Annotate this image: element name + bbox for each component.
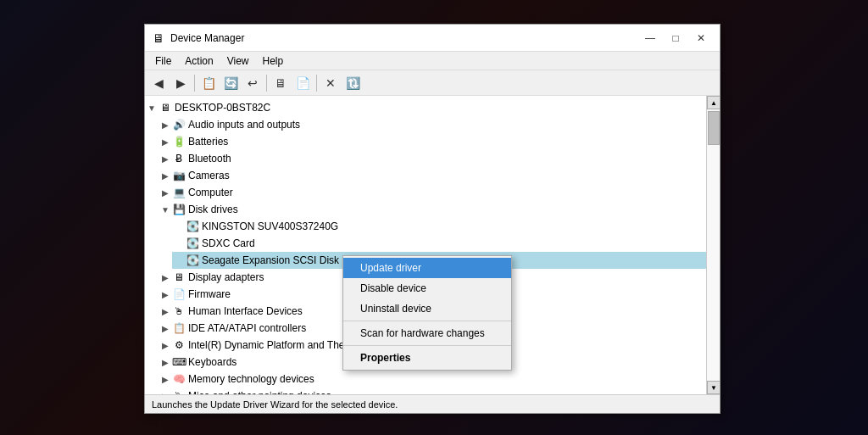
item-label: Mice and other pointing devices <box>188 390 331 394</box>
ctx-separator-2 <box>343 345 511 346</box>
tree-item[interactable]: ▶ 🔋 Batteries <box>159 133 706 150</box>
ctx-separator-1 <box>343 321 511 321</box>
tree-item[interactable]: ▶ 🖱 Mice and other pointing devices <box>159 388 706 394</box>
item-icon: 🔋 <box>172 135 186 148</box>
scroll-down-btn[interactable]: ▼ <box>707 381 720 394</box>
toolbar-properties[interactable]: 📋 <box>198 73 219 93</box>
expand-icon[interactable]: ▶ <box>159 287 172 301</box>
expand-icon[interactable]: ▶ <box>159 304 172 318</box>
item-label: Cameras <box>188 170 230 181</box>
title-bar-left: 🖥 Device Manager <box>152 31 244 45</box>
expand-icon[interactable]: ▶ <box>159 270 172 284</box>
ctx-update-driver[interactable]: Update driver <box>343 258 511 278</box>
menu-view[interactable]: View <box>220 53 256 69</box>
item-icon: 🖱 <box>172 304 186 318</box>
item-label: Memory technology devices <box>188 373 314 385</box>
ctx-disable-device[interactable]: Disable device <box>343 278 511 298</box>
expand-icon[interactable]: ▶ <box>159 186 172 199</box>
item-icon: Ƀ <box>172 152 186 165</box>
expand-icon[interactable]: ▼ <box>159 203 172 216</box>
tree-item[interactable]: ▶ 📷 Cameras <box>159 167 706 184</box>
window-icon: 🖥 <box>152 31 165 45</box>
ctx-properties[interactable]: Properties <box>343 348 511 368</box>
expand-root[interactable]: ▼ <box>145 101 159 114</box>
device-tree[interactable]: ▼ 🖥 DESKTOP-0BST82C ▶ 🔊 Audio inputs and… <box>145 96 706 394</box>
expand-icon <box>172 237 186 250</box>
scrollbar-track[interactable] <box>707 109 720 381</box>
item-label: Disk drives <box>188 204 238 215</box>
ctx-scan-hardware[interactable]: Scan for hardware changes <box>343 323 511 343</box>
item-label: KINGSTON SUV400S37240G <box>202 220 338 232</box>
toolbar-back[interactable]: ◀ <box>148 73 169 93</box>
toolbar-update[interactable]: 🔄 <box>220 73 241 93</box>
expand-icon[interactable]: ▶ <box>159 389 172 394</box>
minimize-button[interactable]: — <box>638 28 662 48</box>
title-buttons: — □ ✕ <box>638 28 713 48</box>
toolbar-sep-1 <box>194 75 195 92</box>
menu-action[interactable]: Action <box>178 53 220 69</box>
device-manager-window: 🖥 Device Manager — □ ✕ File Action View … <box>144 24 721 414</box>
toolbar-resources[interactable]: 📄 <box>292 73 313 93</box>
item-label: SDXC Card <box>202 237 255 249</box>
title-bar: 🖥 Device Manager — □ ✕ <box>145 25 720 52</box>
ctx-uninstall-device[interactable]: Uninstall device <box>343 298 511 319</box>
expand-icon[interactable]: ▶ <box>159 321 172 335</box>
toolbar-scan[interactable]: 🔃 <box>342 73 363 93</box>
item-icon: 🖥 <box>172 270 186 284</box>
status-text: Launches the Update Driver Wizard for th… <box>152 399 398 410</box>
item-label: IDE ATA/ATAPI controllers <box>188 322 306 334</box>
expand-icon[interactable]: ▶ <box>159 355 172 369</box>
item-label: Bluetooth <box>188 153 231 165</box>
item-icon: 💾 <box>172 203 186 216</box>
status-bar: Launches the Update Driver Wizard for th… <box>145 394 720 413</box>
toolbar-forward[interactable]: ▶ <box>170 73 191 93</box>
item-icon: 🧠 <box>172 372 186 386</box>
item-label: Firmware <box>188 288 231 300</box>
item-label: Batteries <box>188 136 228 148</box>
item-icon: 💽 <box>186 220 199 233</box>
toolbar-display-type[interactable]: 🖥 <box>270 73 291 93</box>
tree-item[interactable]: ▶ 🧠 Memory technology devices <box>159 371 706 388</box>
root-label: DESKTOP-0BST82C <box>175 102 270 114</box>
item-icon: 💽 <box>186 254 199 267</box>
menu-bar: File Action View Help <box>145 52 720 70</box>
tree-item[interactable]: ▶ 🔊 Audio inputs and outputs <box>159 116 706 133</box>
item-icon: 💻 <box>172 186 186 199</box>
expand-icon[interactable]: ▶ <box>159 169 172 182</box>
tree-item[interactable]: ▶ Ƀ Bluetooth <box>159 150 706 167</box>
expand-icon[interactable]: ▶ <box>159 152 172 165</box>
menu-file[interactable]: File <box>148 53 178 69</box>
scroll-up-btn[interactable]: ▲ <box>707 96 720 109</box>
scrollbar[interactable]: ▲ ▼ <box>706 96 720 394</box>
item-label: Human Interface Devices <box>188 305 303 317</box>
window-title: Device Manager <box>170 32 244 44</box>
expand-icon <box>172 220 186 233</box>
maximize-button[interactable]: □ <box>664 28 687 48</box>
content-area: ▼ 🖥 DESKTOP-0BST82C ▶ 🔊 Audio inputs and… <box>145 96 720 394</box>
item-label: Keyboards <box>188 356 236 368</box>
item-icon: 🔊 <box>172 118 186 131</box>
close-button[interactable]: ✕ <box>689 28 713 48</box>
item-label: Audio inputs and outputs <box>188 119 300 131</box>
tree-item[interactable]: ▶ 💻 Computer <box>159 184 706 201</box>
toolbar-remove[interactable]: ✕ <box>320 73 341 93</box>
item-icon: ⌨ <box>172 355 186 369</box>
tree-item[interactable]: ▼ 💾 Disk drives <box>159 201 706 218</box>
item-icon: 🖱 <box>172 389 186 394</box>
tree-item[interactable]: 💽 KINGSTON SUV400S37240G <box>172 218 706 235</box>
item-icon: 📷 <box>172 169 186 182</box>
expand-icon[interactable]: ▶ <box>159 118 172 131</box>
item-icon: 📋 <box>172 321 186 335</box>
item-icon: 📄 <box>172 287 186 301</box>
menu-help[interactable]: Help <box>256 53 291 69</box>
expand-icon[interactable]: ▶ <box>159 372 172 386</box>
toolbar-rollback[interactable]: ↩ <box>242 73 263 93</box>
tree-item[interactable]: 💽 SDXC Card <box>172 235 706 252</box>
expand-icon[interactable]: ▶ <box>159 338 172 352</box>
expand-icon[interactable]: ▶ <box>159 135 172 148</box>
item-icon: ⚙ <box>172 338 186 352</box>
scrollbar-thumb[interactable] <box>708 111 720 145</box>
toolbar-sep-2 <box>266 75 267 92</box>
expand-icon <box>172 254 186 267</box>
tree-root[interactable]: ▼ 🖥 DESKTOP-0BST82C <box>145 99 706 116</box>
